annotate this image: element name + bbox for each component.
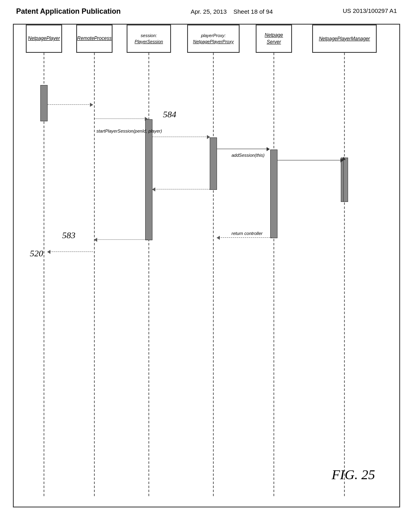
arrow-vertical-to-manager (277, 160, 343, 160)
label-add-session: addSession(this) (232, 153, 265, 158)
vertical-arrow-up (343, 160, 344, 202)
ref-583: 583 (62, 230, 75, 241)
arrow-return-to-session (152, 189, 210, 189)
arrow-to-netpage-server (217, 149, 269, 149)
ref-520: 520 (30, 248, 43, 259)
obj-netpage-player: NetpagePlayer (26, 25, 62, 53)
page-header: Patent Application Publication Apr. 25, … (0, 0, 413, 20)
sheet-info: Sheet 18 of 94 (234, 8, 273, 15)
arrow-to-player-proxy (152, 137, 210, 137)
obj-player-session: session: PlayerSession (127, 25, 171, 53)
obj-player-proxy: playerProxy: NetpagePlayerProxy (187, 25, 240, 53)
activation-netpage-server (270, 150, 277, 238)
activation-player-session (145, 119, 152, 240)
obj-remote-process: RemoteProcess (76, 25, 113, 53)
lifeline-remote-process (94, 53, 95, 496)
label-start-player-session: startPlayerSession(penId, player) (96, 129, 162, 133)
arrow-return-to-player (48, 251, 93, 252)
obj-netpage-player-manager: NetpagePlayerManager (312, 25, 377, 53)
publication-number: US 2013/100297 A1 (343, 7, 397, 14)
arrow-return-to-proxy (217, 237, 272, 238)
activation-netpage-player (40, 85, 48, 121)
publication-date: Apr. 25, 2013 (191, 8, 227, 15)
arrow-return-to-remote (94, 239, 148, 240)
arrow-create-player-session (94, 118, 148, 119)
activation-netpage-player-manager (341, 158, 348, 202)
obj-netpage-server: Netpage Server (256, 25, 292, 53)
publication-info: Apr. 25, 2013 Sheet 18 of 94 (191, 7, 273, 16)
ref-584: 584 (163, 109, 176, 120)
activation-player-proxy (210, 137, 217, 190)
lifeline-netpage-server (273, 53, 274, 496)
arrow-to-remote-process (48, 104, 93, 105)
lifeline-player-proxy (213, 53, 214, 496)
publication-title: Patent Application Publication (16, 7, 121, 16)
lifeline-netpage-player-manager (344, 53, 345, 496)
figure-label: FIG. 25 (332, 467, 375, 482)
label-return-controller: return controller (232, 231, 263, 236)
